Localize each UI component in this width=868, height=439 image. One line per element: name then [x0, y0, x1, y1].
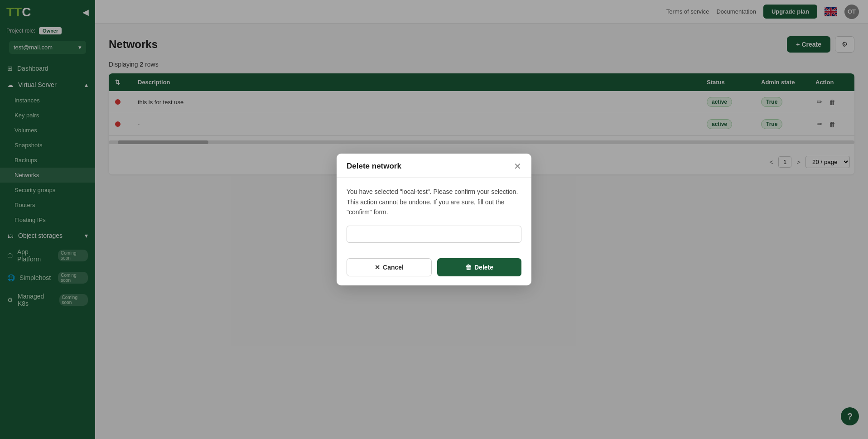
modal-body: You have selected "local-test". Please c…: [337, 178, 531, 251]
trash-icon: 🗑: [465, 264, 472, 271]
cancel-label: Cancel: [383, 264, 404, 271]
modal-header: Delete network ✕: [337, 154, 531, 178]
confirm-input[interactable]: [347, 226, 521, 243]
delete-label: Delete: [474, 264, 493, 271]
modal-title: Delete network: [347, 162, 401, 171]
delete-confirm-button[interactable]: 🗑 Delete: [437, 258, 521, 276]
delete-network-modal: Delete network ✕ You have selected "loca…: [337, 154, 531, 285]
x-icon: ✕: [375, 264, 380, 271]
modal-description: You have selected "local-test". Please c…: [347, 187, 521, 217]
cancel-button[interactable]: ✕ Cancel: [347, 258, 432, 276]
modal-close-button[interactable]: ✕: [514, 162, 521, 171]
modal-footer: ✕ Cancel 🗑 Delete: [337, 252, 531, 285]
modal-overlay: Delete network ✕ You have selected "loca…: [0, 0, 868, 439]
